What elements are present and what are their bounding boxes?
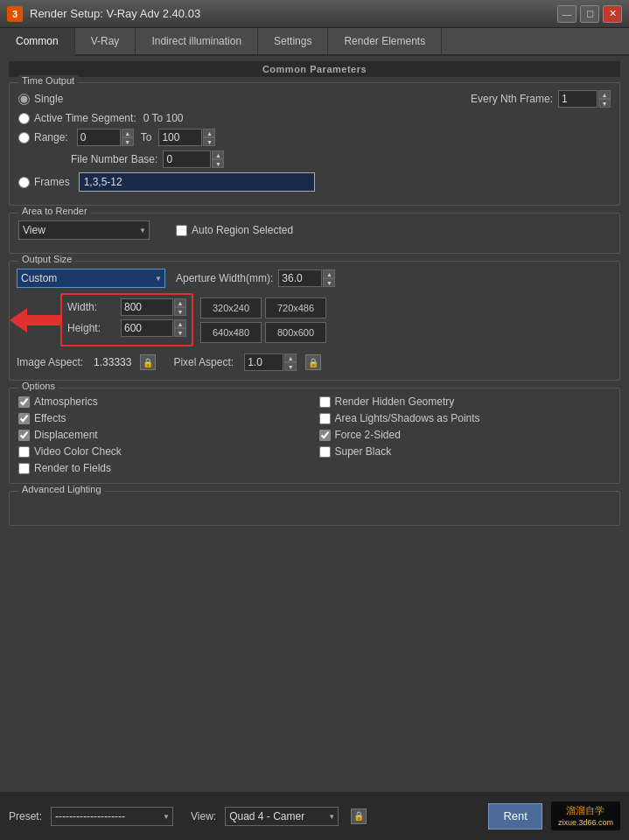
- image-aspect-lock[interactable]: 🔒: [140, 354, 156, 370]
- width-down[interactable]: ▼: [174, 307, 186, 316]
- range-from-input[interactable]: [77, 129, 121, 146]
- bottom-full-bar: Preset: -------------------- View: Quad …: [0, 792, 629, 840]
- render-to-fields-label[interactable]: Render to Fields: [18, 462, 311, 474]
- section-header: Common Parameters: [9, 61, 620, 77]
- single-radio-label[interactable]: Single: [18, 93, 63, 105]
- file-number-up[interactable]: ▲: [212, 150, 224, 159]
- svg-marker-0: [10, 308, 60, 332]
- atmospherics-label[interactable]: Atmospherics: [18, 396, 311, 408]
- aperture-input[interactable]: [278, 270, 322, 287]
- area-to-render-dropdown[interactable]: View: [18, 220, 150, 240]
- video-color-checkbox[interactable]: [18, 446, 30, 458]
- aperture-label: Aperture Width(mm):: [176, 272, 273, 284]
- area-lights-checkbox[interactable]: [319, 413, 331, 424]
- btn-720x486[interactable]: 720x486: [265, 298, 326, 318]
- frames-input[interactable]: [79, 172, 315, 192]
- active-time-radio-label[interactable]: Active Time Segment:: [18, 112, 136, 124]
- force-2sided-checkbox[interactable]: [319, 430, 331, 441]
- options-title: Options: [18, 381, 59, 391]
- tab-common[interactable]: Common: [0, 28, 75, 56]
- btn-800x600[interactable]: 800x600: [265, 322, 326, 343]
- tab-settings[interactable]: Settings: [258, 28, 328, 54]
- area-lights-label[interactable]: Area Lights/Shadows as Points: [319, 412, 612, 424]
- aperture-down[interactable]: ▼: [323, 278, 335, 287]
- btn-320x240[interactable]: 320x240: [200, 298, 262, 318]
- close-button[interactable]: ✕: [603, 5, 622, 23]
- frames-radio[interactable]: [18, 177, 30, 188]
- watermark-2: 溜溜自学 zixue.3d66.com: [551, 802, 620, 831]
- effects-checkbox[interactable]: [18, 413, 30, 424]
- app-icon: 3: [7, 6, 23, 22]
- red-arrow: [10, 306, 60, 334]
- displacement-checkbox[interactable]: [18, 430, 30, 441]
- range-to-input[interactable]: [158, 129, 202, 146]
- single-radio[interactable]: [18, 94, 30, 105]
- pixel-aspect-lock[interactable]: 🔒: [305, 354, 321, 370]
- minimize-button[interactable]: —: [557, 5, 577, 23]
- effects-label[interactable]: Effects: [18, 412, 311, 424]
- options-group: Options Atmospherics Render Hidden Geome…: [9, 388, 620, 484]
- output-size-dropdown[interactable]: Custom: [17, 269, 165, 288]
- width-input[interactable]: [121, 298, 173, 316]
- aperture-up[interactable]: ▲: [323, 270, 335, 278]
- area-to-render-title: Area to Render: [18, 206, 91, 216]
- advanced-lighting-group: Advanced Lighting: [9, 491, 620, 526]
- file-number-base-label: File Number Base:: [71, 153, 157, 165]
- range-radio-label[interactable]: Range:: [18, 131, 68, 144]
- height-label: Height:: [67, 322, 115, 334]
- super-black-checkbox[interactable]: [319, 446, 331, 458]
- advanced-lighting-title: Advanced Lighting: [18, 484, 105, 494]
- pixel-aspect-down[interactable]: ▼: [284, 362, 297, 371]
- render-to-fields-checkbox[interactable]: [18, 463, 30, 474]
- tab-indirect-illumination[interactable]: Indirect illumination: [136, 28, 258, 54]
- active-time-value: 0 To 100: [143, 112, 184, 124]
- to-label: To: [141, 131, 152, 144]
- image-aspect-value: 1.33333: [94, 356, 131, 368]
- height-input[interactable]: [121, 319, 173, 337]
- file-number-down[interactable]: ▼: [212, 159, 224, 168]
- every-nth-input[interactable]: [558, 90, 598, 108]
- every-nth-up[interactable]: ▲: [598, 90, 611, 99]
- range-from-down[interactable]: ▼: [122, 137, 134, 146]
- preset-select[interactable]: --------------------: [51, 807, 173, 826]
- title-bar: 3 Render Setup: V-Ray Adv 2.40.03 — ◻ ✕: [0, 0, 629, 28]
- render-hidden-label[interactable]: Render Hidden Geometry: [319, 396, 612, 408]
- pixel-aspect-up[interactable]: ▲: [284, 354, 297, 362]
- height-up[interactable]: ▲: [174, 319, 186, 328]
- tabs-bar: Common V-Ray Indirect illumination Setti…: [0, 28, 629, 56]
- area-to-render-group: Area to Render View Auto Region Selected: [9, 213, 620, 254]
- file-number-base-input[interactable]: [163, 150, 211, 168]
- btn-640x480[interactable]: 640x480: [200, 322, 262, 343]
- atmospherics-checkbox[interactable]: [18, 396, 30, 408]
- every-nth-down[interactable]: ▼: [598, 99, 611, 108]
- width-label: Width:: [67, 301, 115, 313]
- render-hidden-checkbox[interactable]: [319, 396, 331, 408]
- range-radio[interactable]: [18, 132, 30, 144]
- view-label: View:: [191, 810, 216, 822]
- frames-radio-label[interactable]: Frames: [18, 176, 70, 188]
- time-output-title: Time Output: [18, 75, 78, 86]
- displacement-label[interactable]: Displacement: [18, 429, 311, 441]
- super-black-label[interactable]: Super Black: [319, 445, 612, 458]
- range-to-down[interactable]: ▼: [203, 137, 215, 146]
- maximize-button[interactable]: ◻: [580, 5, 599, 23]
- active-time-radio[interactable]: [18, 113, 30, 124]
- width-up[interactable]: ▲: [174, 298, 186, 307]
- auto-region-label: Auto Region Selected: [192, 224, 293, 236]
- output-size-highlight: Width: ▲ ▼ Height: ▲: [60, 293, 193, 346]
- view-lock-icon[interactable]: 🔒: [351, 808, 367, 824]
- auto-region-checkbox[interactable]: [176, 225, 187, 236]
- render-button-2[interactable]: Rent: [488, 803, 542, 830]
- force-2sided-label[interactable]: Force 2-Sided: [319, 429, 612, 441]
- view-select[interactable]: Quad 4 - Camer: [225, 807, 339, 826]
- image-aspect-label: Image Aspect:: [17, 356, 83, 368]
- video-color-label[interactable]: Video Color Check: [18, 445, 311, 458]
- tab-render-elements[interactable]: Render Elements: [328, 28, 442, 54]
- range-from-up[interactable]: ▲: [122, 129, 134, 137]
- output-size-group: Output Size Custom Aperture Width(mm): ▲…: [9, 261, 620, 381]
- window-title: Render Setup: V-Ray Adv 2.40.03: [30, 7, 557, 20]
- tab-vray[interactable]: V-Ray: [75, 28, 136, 54]
- range-to-up[interactable]: ▲: [203, 129, 215, 137]
- height-down[interactable]: ▼: [174, 328, 186, 337]
- pixel-aspect-input[interactable]: [244, 354, 283, 371]
